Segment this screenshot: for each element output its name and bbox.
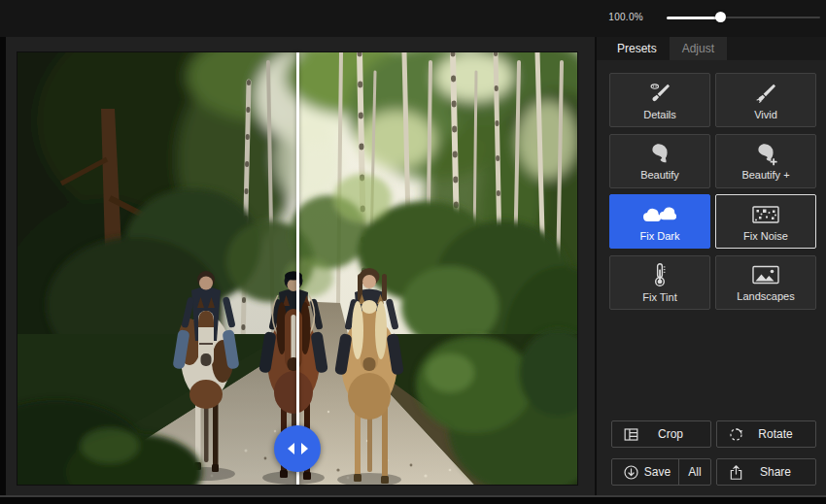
preset-grid: Details Vivid Beautify	[609, 73, 816, 310]
compare-slider-handle[interactable]	[274, 425, 321, 472]
rotate-icon	[727, 425, 745, 444]
preset-fix-noise-button[interactable]: Fix Noise	[715, 194, 816, 249]
preset-label: Vivid	[754, 109, 777, 120]
action-row-2: Save All Share	[611, 458, 816, 486]
arrow-right-icon	[301, 443, 308, 454]
zoom-slider-knob[interactable]	[715, 12, 726, 22]
zoom-percent-label: 100.0%	[608, 12, 643, 22]
preset-vivid-button[interactable]: Vivid	[715, 73, 816, 127]
action-row-1: Crop Rotate	[611, 420, 816, 448]
crop-button[interactable]: Crop	[611, 420, 711, 448]
save-all-button[interactable]: All	[678, 459, 710, 485]
top-bar: 100.0%	[0, 0, 826, 37]
detail-brush-icon	[647, 81, 672, 106]
clouds-icon	[643, 202, 676, 227]
landscape-icon	[750, 262, 781, 287]
crop-icon	[622, 425, 640, 444]
preset-label: Landscapes	[737, 290, 794, 302]
preset-fix-dark-button[interactable]: Fix Dark	[609, 194, 710, 249]
preset-details-button[interactable]: Details	[609, 73, 710, 127]
preset-label: Beautify	[640, 169, 679, 181]
tab-adjust[interactable]: Adjust	[670, 37, 727, 60]
rotate-button[interactable]: Rotate	[716, 420, 816, 448]
action-buttons: Crop Rotate	[611, 410, 816, 486]
tab-bar: Presets Adjust	[597, 37, 826, 60]
photo-canvas	[17, 52, 577, 485]
preset-label: Details	[643, 109, 676, 120]
crop-label: Crop	[640, 427, 710, 441]
save-download-icon	[622, 463, 640, 482]
editor-area	[6, 37, 595, 495]
arrow-left-icon	[288, 443, 294, 454]
save-all-label: All	[688, 465, 701, 479]
tab-presets[interactable]: Presets	[604, 37, 670, 60]
zoom-slider-fill	[667, 17, 720, 19]
save-label: Save	[640, 465, 678, 479]
preset-beautify-plus-button[interactable]: Beautify +	[715, 134, 816, 188]
save-button[interactable]: Save	[612, 459, 678, 485]
compare-divider-line[interactable]	[296, 52, 299, 485]
face-icon	[647, 141, 672, 166]
side-panel: Presets Adjust Details	[597, 37, 826, 495]
save-button-group: Save All	[611, 458, 711, 486]
preset-label: Beautify +	[741, 169, 789, 181]
share-button[interactable]: Share	[716, 458, 816, 486]
preset-landscapes-button[interactable]: Landscapes	[715, 255, 816, 310]
noise-icon	[750, 202, 781, 227]
zoom-slider[interactable]	[667, 8, 820, 27]
photo-editor-window: { "window": { "accent": "#2e63e8" }, "to…	[0, 0, 826, 504]
thermometer-icon	[647, 261, 672, 288]
preset-label: Fix Tint	[642, 291, 676, 303]
preset-label: Fix Dark	[640, 230, 680, 242]
window-bottom-edge	[0, 495, 826, 497]
brush-icon	[753, 81, 778, 106]
preset-fix-tint-button[interactable]: Fix Tint	[609, 255, 710, 310]
face-plus-icon	[753, 141, 778, 166]
preset-label: Fix Noise	[743, 230, 788, 242]
share-icon	[727, 463, 745, 482]
rotate-label: Rotate	[745, 427, 815, 441]
share-label: Share	[745, 465, 815, 479]
preset-beautify-button[interactable]: Beautify	[609, 134, 710, 188]
